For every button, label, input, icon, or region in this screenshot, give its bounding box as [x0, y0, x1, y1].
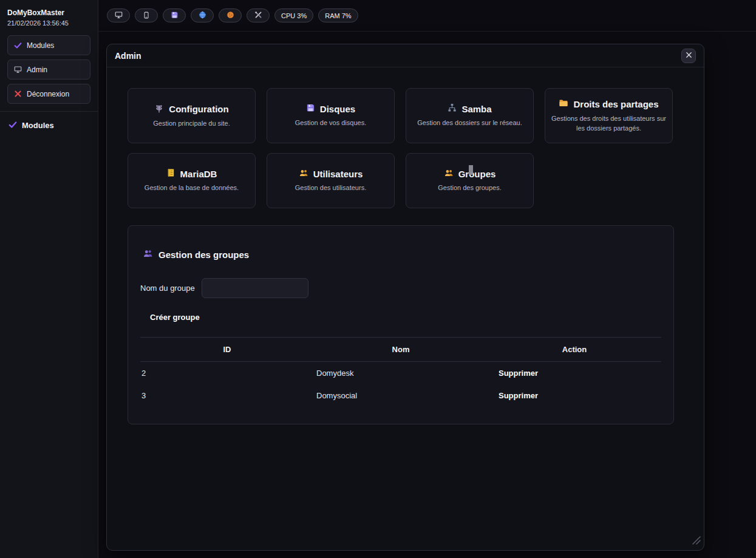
- groups-panel-title: Gestion des groupes: [143, 249, 661, 260]
- group-nom: Domydesk: [314, 362, 488, 385]
- tools-pill-button[interactable]: [247, 9, 270, 22]
- module-desc: Gestion des dossiers sur le réseau.: [417, 118, 522, 128]
- resize-handle[interactable]: [690, 534, 701, 547]
- window-titlebar[interactable]: Admin: [107, 44, 704, 67]
- modules-grid: Configuration Gestion principale du site…: [128, 88, 683, 208]
- check-icon: [9, 120, 17, 131]
- sidebar-item-label: Admin: [27, 66, 47, 74]
- column-header-id: ID: [140, 338, 314, 362]
- monitor-icon: [115, 11, 123, 20]
- groups-table: ID Nom Action 2 Domydesk Supprimer: [140, 337, 661, 407]
- resize-icon: [690, 536, 701, 546]
- group-nom: Domysocial: [314, 384, 488, 407]
- group-name-label: Nom du groupe: [140, 284, 195, 293]
- module-desc: Gestion des utilisateurs.: [295, 183, 366, 193]
- globe-icon: [199, 11, 206, 20]
- ram-usage-badge[interactable]: RAM 7%: [318, 9, 358, 22]
- groups-panel: Gestion des groupes Nom du groupe Créer …: [128, 225, 674, 424]
- text-cursor: [469, 165, 473, 175]
- module-card-droits-partages[interactable]: Droits des partages Gestions des droits …: [545, 88, 673, 143]
- module-title: Disques: [320, 104, 355, 114]
- group-name-form-row: Nom du groupe: [140, 278, 661, 298]
- group-id: 2: [140, 362, 314, 385]
- sidebar-item-modules[interactable]: Modules: [7, 35, 90, 55]
- mobile-pill-button[interactable]: [135, 9, 158, 22]
- delete-group-link[interactable]: Supprimer: [499, 369, 538, 378]
- module-card-mariadb[interactable]: MariaDB Gestion de la base de données.: [128, 153, 256, 208]
- close-icon: [686, 51, 692, 60]
- module-title: Utilisateurs: [313, 169, 363, 179]
- cookie-icon: [226, 11, 234, 20]
- column-header-action: Action: [488, 338, 661, 362]
- window-title: Admin: [115, 51, 141, 61]
- module-title: Configuration: [169, 104, 228, 114]
- table-row: 2 Domydesk Supprimer: [140, 362, 661, 385]
- monitor-icon: [14, 66, 22, 73]
- users-purple-icon: [143, 249, 153, 260]
- folder-icon: [559, 98, 568, 110]
- check-icon: [14, 41, 22, 49]
- main-area: CPU 3% RAM 7% Admin Configuration: [98, 0, 756, 558]
- monitor-pill-button[interactable]: [107, 9, 130, 22]
- module-card-utilisateurs[interactable]: Utilisateurs Gestion des utilisateurs.: [267, 153, 395, 208]
- cpu-usage-badge[interactable]: CPU 3%: [274, 9, 313, 22]
- module-title: Droits des partages: [573, 99, 658, 109]
- sidebar-section-modules[interactable]: Modules: [7, 112, 90, 139]
- clock-timestamp: 21/02/2026 13:56:45: [7, 19, 90, 27]
- app-brand: DoMyBoxMaster: [7, 9, 90, 17]
- sidebar-item-admin[interactable]: Admin: [7, 60, 90, 80]
- column-header-nom: Nom: [314, 338, 488, 362]
- groups-table-wrap: ID Nom Action 2 Domydesk Supprimer: [140, 337, 661, 407]
- cookie-pill-button[interactable]: [219, 9, 242, 22]
- module-title: Samba: [461, 104, 491, 114]
- create-group-button[interactable]: Créer groupe: [150, 313, 200, 322]
- users-icon: [299, 169, 308, 179]
- close-red-icon: [14, 90, 22, 98]
- floppy-icon: [171, 11, 179, 20]
- herb-icon: [154, 103, 164, 115]
- module-card-configuration[interactable]: Configuration Gestion principale du site…: [128, 88, 256, 143]
- sidebar: DoMyBoxMaster 21/02/2026 13:56:45 Module…: [0, 0, 98, 558]
- tools-icon: [254, 11, 262, 20]
- close-button[interactable]: [681, 49, 696, 63]
- module-desc: Gestion principale du site.: [153, 119, 230, 129]
- floppy-icon: [306, 103, 315, 114]
- floppy-pill-button[interactable]: [163, 9, 186, 22]
- sidebar-item-logout[interactable]: Déconnexion: [7, 84, 90, 104]
- module-card-disques[interactable]: Disques Gestion de vos disques.: [267, 88, 395, 143]
- module-title: MariaDB: [180, 169, 217, 179]
- module-desc: Gestion de la base de données.: [145, 183, 239, 193]
- module-desc: Gestions des droits des utilisateurs sur…: [551, 114, 666, 134]
- ledger-icon: [166, 168, 175, 179]
- table-row: 3 Domysocial Supprimer: [140, 384, 661, 407]
- sidebar-section-label: Modules: [22, 121, 54, 130]
- topbar: CPU 3% RAM 7%: [98, 0, 756, 32]
- module-card-groupes[interactable]: Groupes Gestion des groupes.: [406, 153, 534, 208]
- window-content: Configuration Gestion principale du site…: [107, 67, 704, 550]
- network-icon: [448, 103, 457, 114]
- module-desc: Gestion des groupes.: [438, 183, 502, 193]
- mobile-icon: [143, 12, 150, 20]
- users-icon: [444, 169, 454, 179]
- module-desc: Gestion de vos disques.: [295, 118, 366, 128]
- module-card-samba[interactable]: Samba Gestion des dossiers sur le réseau…: [406, 88, 534, 143]
- module-title: Groupes: [458, 169, 496, 179]
- group-name-input[interactable]: [202, 278, 308, 298]
- sidebar-item-label: Modules: [27, 41, 54, 50]
- sidebar-item-label: Déconnexion: [27, 90, 69, 98]
- group-id: 3: [140, 384, 314, 407]
- delete-group-link[interactable]: Supprimer: [499, 391, 538, 400]
- admin-window: Admin Configuration Gestion principale d…: [106, 44, 704, 551]
- globe-pill-button[interactable]: [191, 9, 214, 22]
- panel-title-text: Gestion des groupes: [158, 250, 249, 260]
